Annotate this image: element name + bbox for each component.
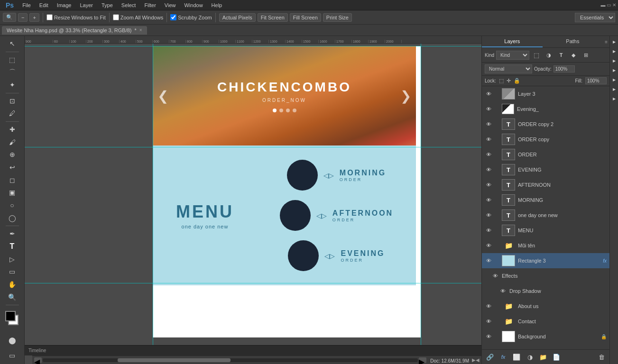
side-btn-7[interactable]: ▶ (610, 95, 618, 102)
hero-prev-btn[interactable]: ❮ (157, 88, 168, 104)
layer-item-evening-thumb[interactable]: 👁 Evening_ (482, 101, 609, 117)
pen-tool[interactable]: ✒ (5, 228, 19, 240)
kind-select[interactable]: Kind (496, 51, 529, 60)
opacity-input[interactable] (553, 65, 575, 73)
actual-pixels-btn[interactable]: Actual Pixels (219, 13, 256, 22)
menu-window[interactable]: Window (180, 1, 206, 9)
workspace-select[interactable]: Essentials (575, 13, 615, 22)
layer-item-drop-shadow[interactable]: 👁 Drop Shadow (482, 283, 609, 299)
layer-item-morning[interactable]: 👁 T MORNING (482, 192, 609, 208)
add-layer-btn[interactable]: 📄 (551, 352, 562, 362)
layer-vis-one-day[interactable]: 👁 (485, 211, 492, 219)
scrubby-zoom-input[interactable] (170, 14, 176, 20)
gradient-tool[interactable]: ▣ (5, 187, 19, 199)
h-scroll-right[interactable]: ▶ (419, 357, 426, 363)
layer-vis-rectangle3[interactable]: 👁 (485, 257, 492, 264)
zoom-all-checkbox[interactable]: Zoom All Windows (113, 14, 163, 20)
eyedropper-tool[interactable]: 🖊 (5, 108, 19, 119)
lock-pixel-icon[interactable]: ⬚ (499, 78, 504, 84)
layer-vis-order-copy[interactable]: 👁 (485, 136, 492, 143)
side-btn-3[interactable]: ▶ (610, 57, 618, 64)
selection-tool[interactable]: ⬚ (5, 54, 19, 66)
side-btn-2[interactable]: ▶ (610, 47, 618, 55)
layer-vis-morning[interactable]: 👁 (485, 196, 492, 204)
layer-vis-menu[interactable]: 👁 (485, 227, 492, 234)
fill-input[interactable] (585, 77, 607, 84)
layer-item-order-copy2[interactable]: 👁 T ORDER copy 2 (482, 117, 609, 132)
tab-layers[interactable]: Layers (482, 36, 543, 47)
crop-tool[interactable]: ⊡ (5, 95, 19, 107)
layer-vis-evening-thumb[interactable]: 👁 (485, 105, 492, 113)
quick-mask-btn[interactable]: ⬤ (5, 334, 19, 347)
tab-close[interactable]: × (139, 27, 142, 33)
layer-vis-contact[interactable]: 👁 (485, 318, 492, 325)
layer-item-one-day[interactable]: 👁 T one day one new (482, 208, 609, 223)
add-style-btn[interactable]: fx (498, 352, 508, 362)
side-btn-1[interactable]: ▶ (610, 38, 618, 46)
layer-item-evening[interactable]: 👁 T EVENING (482, 162, 609, 177)
path-tool[interactable]: ▷ (5, 253, 19, 265)
type-tool[interactable]: T (5, 241, 19, 253)
hand-tool[interactable]: ✋ (5, 279, 19, 291)
layer-vis-effects[interactable]: 👁 (491, 272, 499, 280)
history-brush-tool[interactable]: ↩ (5, 162, 19, 173)
screen-mode-btn[interactable]: ▭ (5, 349, 19, 362)
side-btn-6[interactable]: ▶ (610, 85, 618, 93)
kind-smart-btn[interactable]: ⊞ (581, 50, 591, 60)
menu-image[interactable]: Image (53, 1, 75, 9)
zoom-tool[interactable]: 🔍 (3, 13, 16, 22)
h-scroll-thumb[interactable] (118, 358, 230, 362)
menu-filter[interactable]: Filter (140, 1, 159, 9)
blend-mode-select[interactable]: Normal (485, 64, 532, 73)
layer-item-contact[interactable]: 👁 📁 Contact (482, 314, 609, 329)
layer-item-effects[interactable]: 👁 Effects (482, 268, 609, 283)
layer-vis-order[interactable]: 👁 (485, 151, 492, 158)
layer-item-mui-ten[interactable]: 👁 📁 Mũi tên (482, 238, 609, 253)
zoom-out-btn[interactable]: − (18, 13, 28, 22)
blur-tool[interactable]: ○ (5, 200, 19, 211)
kind-adjust-btn[interactable]: ◑ (544, 50, 554, 60)
side-btn-5[interactable]: ▶ (610, 76, 618, 83)
layer-item-order[interactable]: 👁 T ORDER (482, 147, 609, 162)
lasso-tool[interactable]: ⌒ (5, 66, 19, 78)
clone-tool[interactable]: ⊕ (5, 149, 19, 161)
add-adjustment-btn[interactable]: ◑ (525, 352, 535, 362)
resize-windows-input[interactable] (46, 14, 53, 20)
delete-layer-btn[interactable]: 🗑 (596, 352, 607, 362)
menu-select[interactable]: Select (118, 1, 140, 9)
fit-screen-btn[interactable]: Fit Screen (258, 13, 288, 22)
menu-layer[interactable]: Layer (76, 1, 97, 9)
move-tool[interactable]: ↖ (5, 38, 19, 50)
print-size-btn[interactable]: Print Size (323, 13, 352, 22)
scrubby-zoom-checkbox[interactable]: Scrubby Zoom (170, 14, 212, 20)
panel-options-btn[interactable]: ≡ (605, 39, 608, 45)
layer-item-background[interactable]: 👁 Background 🔒 (482, 329, 609, 344)
side-btn-4[interactable]: ▶ (610, 66, 618, 74)
h-scrollbar[interactable]: ◀ ▶ Doc: 12.6M/31.9M ▶◀ (32, 355, 481, 364)
layer-item-layer3[interactable]: 👁 Layer 3 (482, 86, 609, 101)
menu-edit[interactable]: Edit (36, 1, 52, 9)
menu-help[interactable]: Help (208, 1, 226, 9)
healing-brush-tool[interactable]: ✚ (5, 124, 19, 136)
resize-windows-checkbox[interactable]: Resize Windows to Fit (46, 14, 106, 20)
kind-pixel-btn[interactable]: ⬚ (531, 50, 542, 60)
layer-item-menu[interactable]: 👁 T MENU (482, 223, 609, 238)
layer-vis-drop-shadow[interactable]: 👁 (499, 287, 507, 295)
hero-dot-3[interactable] (286, 109, 290, 112)
hero-dot-2[interactable] (279, 109, 283, 112)
layer-item-order-copy[interactable]: 👁 T ORDER copy (482, 132, 609, 147)
menu-type[interactable]: Type (98, 1, 117, 9)
layer-item-about-us[interactable]: 👁 📁 About us (482, 299, 609, 314)
hero-dot-1[interactable] (273, 109, 277, 112)
layer-item-afternoon[interactable]: 👁 T AFTERNOON (482, 177, 609, 192)
document-tab[interactable]: Wesite Nha Hang.psd @ 33.3% (Rectangle 3… (2, 26, 147, 35)
dodge-tool[interactable]: ◯ (5, 212, 19, 224)
kind-shape-btn[interactable]: ◆ (568, 50, 579, 60)
layer-vis-about-us[interactable]: 👁 (485, 302, 492, 310)
layer-item-rectangle3[interactable]: 👁 Rectangle 3 fx (482, 253, 609, 268)
hero-dot-4[interactable] (293, 109, 296, 112)
lock-position-icon[interactable]: ✛ (507, 78, 511, 84)
layer-vis-order-copy2[interactable]: 👁 (485, 120, 492, 128)
link-layers-btn[interactable]: 🔗 (485, 352, 495, 362)
brush-tool[interactable]: 🖌 (5, 136, 19, 148)
